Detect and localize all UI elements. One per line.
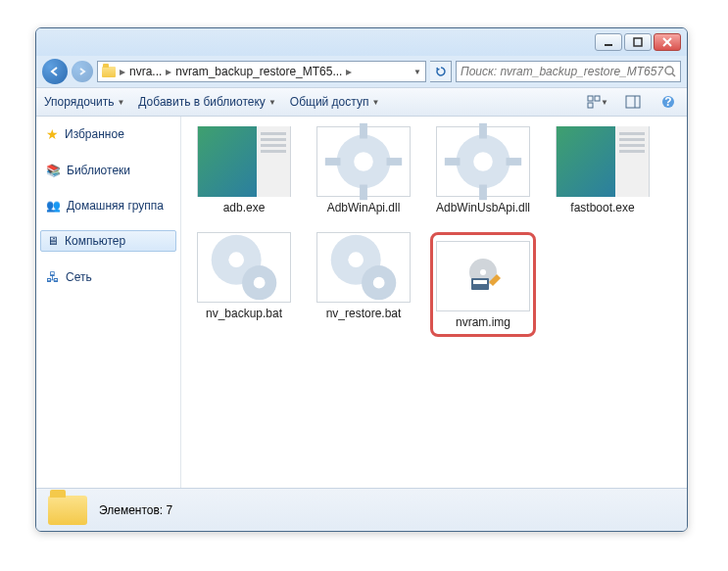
file-list: adb.exe AdbWinApi.dll AdbWinUsbApi.dll f… bbox=[181, 117, 687, 488]
organize-label: Упорядочить bbox=[44, 95, 114, 109]
help-button[interactable]: ? bbox=[657, 91, 679, 113]
chevron-down-icon: ▼ bbox=[268, 98, 276, 107]
libraries-icon: 📚 bbox=[46, 164, 61, 177]
file-item[interactable]: adb.exe bbox=[191, 126, 297, 214]
sidebar-item-label: Домашняя группа bbox=[67, 199, 164, 213]
star-icon: ★ bbox=[46, 126, 59, 142]
sidebar-item-label: Компьютер bbox=[65, 234, 125, 248]
breadcrumb-path[interactable]: ▸ nvra... ▸ nvram_backup_restore_MT65...… bbox=[97, 61, 426, 82]
view-options-button[interactable]: ▼ bbox=[587, 91, 608, 113]
file-item[interactable]: nv_restore.bat bbox=[311, 232, 416, 336]
svg-rect-9 bbox=[626, 96, 640, 108]
chevron-down-icon: ▼ bbox=[117, 98, 124, 107]
search-box[interactable] bbox=[456, 61, 681, 82]
breadcrumb-segment[interactable]: nvram_backup_restore_MT65... bbox=[175, 65, 342, 78]
svg-point-26 bbox=[228, 253, 244, 268]
chevron-down-icon[interactable]: ▼ bbox=[413, 68, 421, 76]
svg-line-5 bbox=[672, 73, 675, 76]
svg-point-30 bbox=[348, 253, 364, 268]
chevron-right-icon: ▸ bbox=[120, 65, 125, 78]
svg-rect-24 bbox=[507, 158, 522, 166]
sidebar-item-network[interactable]: 🖧Сеть bbox=[36, 265, 180, 289]
disk-image-icon bbox=[461, 255, 505, 298]
svg-point-34 bbox=[480, 269, 486, 275]
file-item[interactable]: fastboot.exe bbox=[550, 126, 655, 214]
sidebar-item-favorites[interactable]: ★Избранное bbox=[36, 122, 180, 146]
breadcrumb-segment[interactable]: nvra... bbox=[129, 65, 162, 78]
chevron-down-icon: ▼ bbox=[601, 98, 608, 107]
share-label: Общий доступ bbox=[290, 95, 369, 109]
file-label: adb.exe bbox=[223, 201, 266, 214]
gear-icon bbox=[437, 117, 529, 208]
forward-button[interactable] bbox=[72, 61, 93, 82]
svg-point-14 bbox=[354, 152, 373, 171]
refresh-button[interactable] bbox=[430, 61, 452, 82]
svg-rect-21 bbox=[479, 123, 487, 139]
sidebar-item-computer[interactable]: 🖥Компьютер bbox=[40, 230, 176, 252]
file-item[interactable]: nv_backup.bat bbox=[191, 232, 297, 336]
titlebar bbox=[36, 28, 687, 56]
file-item[interactable]: AdbWinApi.dll bbox=[311, 126, 416, 214]
add-to-library-menu[interactable]: Добавить в библиотеку▼ bbox=[138, 95, 275, 109]
svg-rect-15 bbox=[360, 123, 367, 139]
svg-rect-17 bbox=[325, 158, 341, 166]
address-bar: ▸ nvra... ▸ nvram_backup_restore_MT65...… bbox=[36, 56, 687, 87]
file-label: nvram.img bbox=[456, 315, 510, 329]
chevron-right-icon: ▸ bbox=[166, 65, 171, 78]
folder-icon bbox=[102, 67, 116, 77]
svg-rect-6 bbox=[588, 96, 593, 101]
svg-rect-36 bbox=[473, 280, 487, 284]
navigation-pane: ★Избранное 📚Библиотеки 👥Домашняя группа … bbox=[36, 117, 181, 488]
file-label: fastboot.exe bbox=[570, 201, 634, 214]
network-icon: 🖧 bbox=[46, 269, 60, 285]
svg-point-4 bbox=[665, 67, 673, 74]
organize-menu[interactable]: Упорядочить▼ bbox=[44, 95, 124, 109]
addlib-label: Добавить в библиотеку bbox=[138, 95, 266, 109]
search-icon bbox=[663, 65, 676, 78]
svg-point-28 bbox=[254, 277, 266, 289]
sidebar-item-label: Избранное bbox=[65, 127, 124, 141]
gear-icon bbox=[198, 221, 290, 313]
minimize-button[interactable] bbox=[595, 33, 622, 51]
sidebar-item-libraries[interactable]: 📚Библиотеки bbox=[36, 160, 180, 181]
computer-icon: 🖥 bbox=[47, 234, 59, 248]
sidebar-item-label: Библиотеки bbox=[67, 164, 130, 177]
status-bar: Элементов: 7 bbox=[36, 488, 687, 531]
file-item[interactable]: AdbWinUsbApi.dll bbox=[430, 126, 536, 214]
svg-rect-7 bbox=[595, 96, 600, 101]
svg-point-20 bbox=[473, 152, 493, 171]
svg-rect-16 bbox=[360, 185, 367, 201]
svg-rect-8 bbox=[588, 103, 593, 108]
share-menu[interactable]: Общий доступ▼ bbox=[290, 95, 380, 109]
preview-pane-button[interactable] bbox=[622, 91, 644, 113]
close-button[interactable] bbox=[654, 33, 681, 51]
sidebar-item-label: Сеть bbox=[66, 270, 92, 284]
back-button[interactable] bbox=[42, 59, 68, 84]
svg-rect-22 bbox=[479, 185, 487, 201]
svg-rect-23 bbox=[445, 158, 461, 166]
maximize-button[interactable] bbox=[624, 33, 652, 51]
chevron-down-icon: ▼ bbox=[371, 98, 379, 107]
svg-rect-1 bbox=[634, 38, 642, 46]
gear-icon bbox=[317, 117, 410, 208]
homegroup-icon: 👥 bbox=[46, 199, 61, 213]
svg-rect-18 bbox=[387, 158, 403, 166]
svg-text:?: ? bbox=[664, 95, 671, 109]
body-area: ★Избранное 📚Библиотеки 👥Домашняя группа … bbox=[36, 117, 687, 488]
file-item-highlighted[interactable]: nvram.img bbox=[430, 232, 536, 336]
toolbar: Упорядочить▼ Добавить в библиотеку▼ Общи… bbox=[36, 87, 687, 117]
sidebar-item-homegroup[interactable]: 👥Домашняя группа bbox=[36, 195, 180, 216]
svg-point-32 bbox=[373, 277, 385, 289]
item-count-label: Элементов: 7 bbox=[99, 503, 172, 517]
explorer-window: ▸ nvra... ▸ nvram_backup_restore_MT65...… bbox=[35, 27, 688, 532]
gear-icon bbox=[317, 221, 410, 313]
folder-icon bbox=[48, 496, 87, 525]
search-input[interactable] bbox=[461, 65, 663, 78]
chevron-right-icon: ▸ bbox=[346, 65, 352, 78]
